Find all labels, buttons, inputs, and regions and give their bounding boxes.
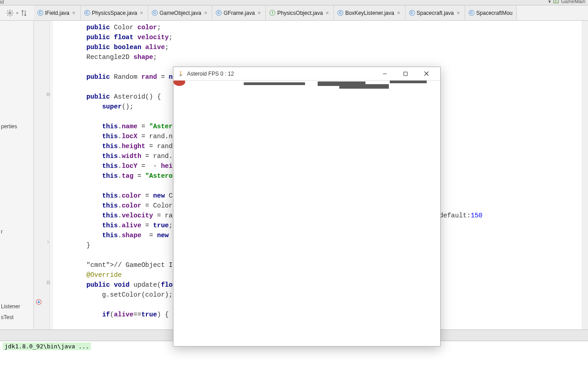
class-icon: C	[152, 10, 158, 16]
toolbar-left: ▾	[0, 5, 34, 20]
console-command-line: jdk1.8.0_92\bin\java ...	[3, 342, 91, 350]
class-icon: C	[469, 10, 474, 16]
editor-gutter[interactable]: ⊟ └ ⊟	[34, 21, 50, 329]
editor-tab-spacecraftmou[interactable]: CSpacecraftMou	[465, 5, 517, 20]
tab-filename: PhysicsSpace.java	[92, 10, 137, 16]
project-tool-window[interactable]: pertiesrListenersTest	[0, 21, 34, 329]
toolbar-row: ▾ ClField.java×CPhysicsSpace.java×CGameO…	[0, 5, 588, 21]
tab-close-icon[interactable]: ×	[456, 9, 461, 16]
editor-tab-gframe[interactable]: CGFrame.java×	[212, 5, 266, 20]
fold-toggle-icon[interactable]: ⊟	[46, 280, 50, 285]
project-tree-fragment[interactable]: sTest	[1, 314, 14, 320]
override-gutter-icon[interactable]	[36, 299, 42, 306]
tab-close-icon[interactable]: ×	[396, 9, 401, 16]
class-icon: C	[409, 10, 415, 16]
asteroid-bar	[244, 82, 305, 85]
window-title-strip: id ▾ GameMain	[0, 0, 588, 5]
title-fragment-left: id	[0, 0, 4, 5]
game-window[interactable]: Asteroid FPS 0 : 12	[173, 67, 441, 347]
asteroid-bar	[390, 81, 427, 83]
editor-tab-field[interactable]: ClField.java×	[34, 5, 81, 20]
minimize-button[interactable]	[374, 68, 395, 80]
tab-filename: PhysicsObject.java	[277, 10, 323, 16]
tab-close-icon[interactable]: ×	[71, 9, 77, 16]
tab-filename: GameObject.java	[160, 10, 201, 16]
svg-rect-0	[554, 0, 559, 3]
editor-tab-physicsobject[interactable]: IPhysicsObject.java×	[266, 5, 334, 20]
run-console[interactable]: jdk1.8.0_92\bin\java ...	[0, 341, 588, 392]
tab-close-icon[interactable]: ×	[325, 9, 330, 16]
fold-end-icon[interactable]: └	[46, 240, 50, 245]
asteroid-bar	[339, 84, 389, 89]
project-tree-fragment[interactable]: r	[1, 229, 3, 235]
title-fragment-right: ▾ GameMain	[548, 0, 585, 5]
maximize-button[interactable]	[395, 68, 416, 80]
editor-tab-physicsspace[interactable]: CPhysicsSpace.java×	[81, 5, 148, 20]
tab-close-icon[interactable]: ×	[257, 9, 262, 16]
tab-filename: lField.java	[45, 10, 69, 16]
editor-scrollbar[interactable]	[582, 21, 588, 329]
java-app-icon	[177, 70, 184, 77]
svg-line-9	[12, 10, 13, 11]
tab-filename: Spacecraft.java	[417, 10, 454, 16]
editor-tabs: ClField.java×CPhysicsSpace.java×CGameObj…	[34, 5, 588, 20]
svg-line-8	[8, 14, 9, 15]
tab-filename: GFrame.java	[223, 10, 255, 16]
game-canvas	[173, 81, 440, 346]
tab-close-icon[interactable]: ×	[203, 9, 209, 16]
close-button[interactable]	[416, 68, 437, 80]
gear-icon[interactable]	[6, 9, 14, 17]
gear-dropdown-icon[interactable]: ▾	[16, 11, 18, 15]
interface-icon: I	[269, 10, 275, 16]
tab-filename: SpacecraftMou	[476, 10, 513, 16]
svg-line-6	[8, 10, 9, 11]
fold-toggle-icon[interactable]: ⊟	[46, 92, 50, 97]
class-icon: C	[216, 10, 222, 16]
editor-tab-spacecraft[interactable]: CSpacecraft.java×	[406, 5, 465, 20]
asteroid-red	[173, 81, 185, 86]
project-tree-fragment[interactable]: Listener	[1, 303, 20, 310]
class-icon: C	[37, 10, 43, 16]
game-titlebar[interactable]: Asteroid FPS 0 : 12	[173, 67, 440, 81]
game-window-title: Asteroid FPS 0 : 12	[187, 71, 374, 77]
run-config-arrow-icon[interactable]: ▾	[548, 0, 551, 5]
tab-close-icon[interactable]: ×	[139, 9, 144, 16]
collapse-arrows-icon[interactable]	[21, 9, 27, 17]
class-icon: C	[337, 10, 343, 16]
svg-point-1	[9, 12, 11, 14]
class-icon: C	[84, 10, 90, 16]
tab-filename: BoxKeyListener.java	[345, 10, 394, 16]
run-config-icon[interactable]	[553, 0, 559, 5]
project-tree-fragment[interactable]: perties	[1, 123, 17, 130]
svg-rect-12	[404, 72, 407, 76]
editor-tab-boxkeylistener[interactable]: CBoxKeyListener.java×	[334, 5, 405, 20]
editor-tab-gameobject[interactable]: CGameObject.java×	[148, 5, 212, 20]
window-buttons	[374, 68, 437, 80]
svg-line-7	[12, 14, 13, 15]
